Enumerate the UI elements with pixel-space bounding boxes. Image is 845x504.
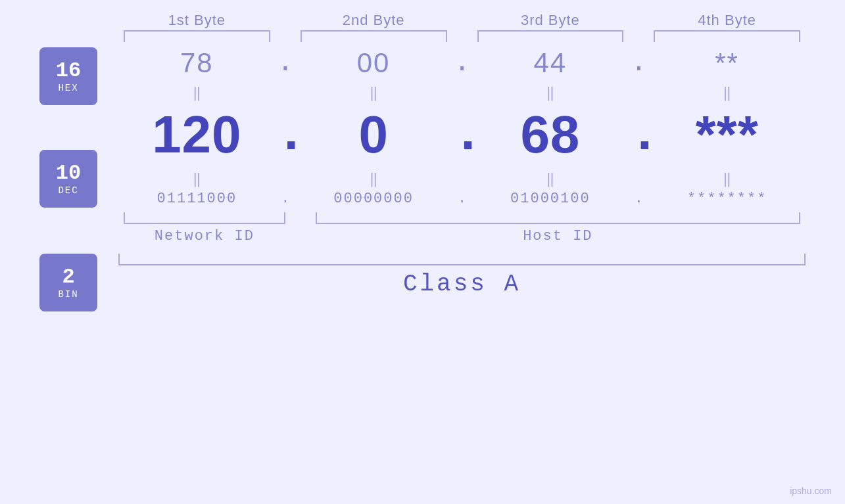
bin-badge: 2 BIN <box>39 254 97 311</box>
bin-badge-num: 2 <box>62 265 74 288</box>
dot-bin-3: . <box>629 191 648 207</box>
dot-hex-1: . <box>276 47 295 79</box>
hex-b4: ** <box>648 47 806 79</box>
hex-b1: 78 <box>118 47 276 79</box>
byte4-header: 4th Byte <box>648 12 806 29</box>
eq3: ‖ <box>472 84 629 102</box>
eq7: ‖ <box>472 170 629 188</box>
dec-badge-num: 10 <box>56 162 81 185</box>
host-id-label: Host ID <box>523 228 592 244</box>
hex-b2: 00 <box>295 47 452 79</box>
eq8: ‖ <box>648 170 806 188</box>
dot-hex-3: . <box>629 47 648 79</box>
dec-badge: 10 DEC <box>39 150 97 208</box>
dot-bin-2: . <box>452 191 472 207</box>
dot-dec-1: . <box>276 105 295 165</box>
network-id-label: Network ID <box>155 228 254 244</box>
bin-b2: 00000000 <box>295 191 452 207</box>
hex-b3: 44 <box>472 47 629 79</box>
bin-b4: ******** <box>648 191 806 207</box>
dot-hex-2: . <box>452 47 472 79</box>
dec-b3: 68 <box>472 104 629 165</box>
dot-bin-1: . <box>276 191 295 207</box>
hex-badge: 16 HEX <box>39 47 97 105</box>
byte3-header: 3rd Byte <box>472 12 629 29</box>
dot-dec-2: . <box>452 105 472 165</box>
watermark: ipshu.com <box>790 486 832 496</box>
eq2: ‖ <box>295 84 452 102</box>
eq4: ‖ <box>648 84 806 102</box>
bin-b1: 01111000 <box>118 191 276 207</box>
dec-badge-label: DEC <box>58 185 78 196</box>
byte2-header: 2nd Byte <box>295 12 452 29</box>
eq6: ‖ <box>295 170 452 188</box>
byte1-header: 1st Byte <box>118 12 276 29</box>
dec-b4: *** <box>648 104 806 165</box>
hex-badge-label: HEX <box>58 83 78 93</box>
dec-b1: 120 <box>118 104 276 165</box>
dec-b2: 0 <box>295 104 452 165</box>
hex-badge-num: 16 <box>56 59 81 82</box>
bin-b3: 01000100 <box>472 191 629 207</box>
bin-badge-label: BIN <box>58 289 78 300</box>
class-label: Class A <box>118 271 806 298</box>
eq5: ‖ <box>118 170 276 188</box>
eq1: ‖ <box>118 84 276 102</box>
dot-dec-3: . <box>629 105 648 165</box>
